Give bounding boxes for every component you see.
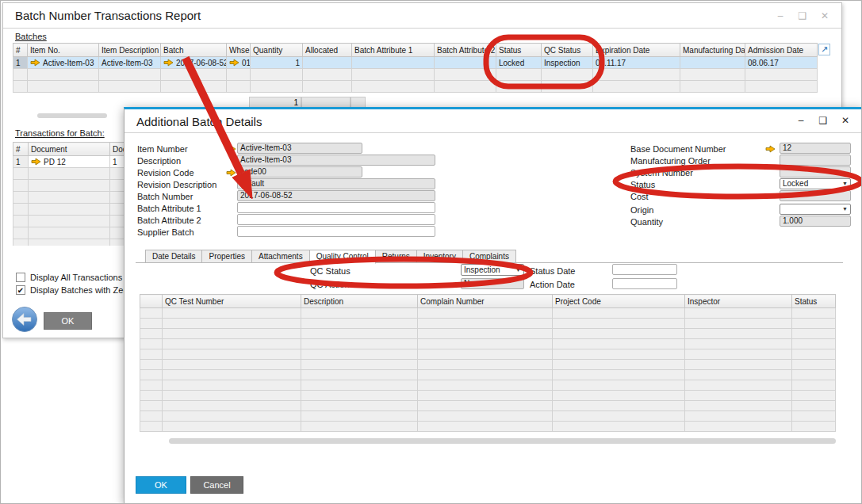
checkbox-checked-icon[interactable]: ✔	[16, 285, 25, 295]
table-row[interactable]	[13, 216, 132, 227]
column-header[interactable]: Status	[792, 295, 836, 308]
table-row[interactable]	[140, 329, 836, 339]
table-row[interactable]	[140, 370, 836, 380]
table-cell[interactable]	[352, 81, 435, 93]
table-cell[interactable]	[418, 401, 553, 411]
tab-date-details[interactable]: Date Details	[145, 250, 202, 263]
expiration-date-cell[interactable]: 05.11.17	[593, 57, 680, 69]
table-row[interactable]	[140, 411, 836, 422]
table-cell[interactable]	[301, 411, 418, 422]
checkbox-unchecked-icon[interactable]	[16, 273, 25, 282]
table-cell[interactable]	[140, 319, 163, 329]
table-row[interactable]	[13, 81, 818, 93]
table-cell[interactable]	[680, 81, 745, 93]
tab-attachments[interactable]: Attachments	[252, 250, 310, 263]
whse-cell[interactable]: 01	[227, 57, 251, 69]
column-header[interactable]: Batch Attribute 1	[352, 44, 435, 57]
table-cell[interactable]	[792, 319, 836, 329]
base-document-number-field[interactable]: 12	[780, 143, 851, 154]
table-cell[interactable]	[13, 227, 29, 239]
column-header[interactable]: Batch Attribute 2	[435, 44, 496, 57]
column-header[interactable]: Manufacturing Date	[680, 44, 745, 57]
table-row[interactable]	[140, 401, 836, 411]
table-cell[interactable]	[163, 360, 301, 370]
table-cell[interactable]	[28, 69, 99, 81]
status-cell[interactable]: Locked	[496, 57, 542, 69]
back-button[interactable]	[11, 306, 39, 334]
tab-properties[interactable]: Properties	[202, 250, 252, 263]
origin-dropdown[interactable]: ▼	[780, 204, 851, 215]
column-header[interactable]: Description	[301, 295, 418, 308]
link-arrow-icon[interactable]	[226, 169, 236, 177]
link-arrow-icon[interactable]	[765, 145, 776, 153]
table-cell[interactable]	[685, 370, 792, 380]
allocated-cell[interactable]	[303, 57, 352, 69]
column-header[interactable]: Admission Date	[745, 44, 818, 57]
table-cell[interactable]	[685, 391, 792, 401]
table-cell[interactable]	[792, 401, 836, 411]
table-cell[interactable]	[418, 380, 553, 391]
table-cell[interactable]	[593, 81, 680, 93]
table-cell[interactable]	[301, 329, 418, 339]
table-cell[interactable]	[792, 391, 836, 401]
table-row[interactable]	[140, 349, 836, 360]
table-cell[interactable]	[301, 360, 418, 370]
table-cell[interactable]	[163, 329, 301, 339]
column-header[interactable]: Expiration Date	[593, 44, 680, 57]
batch-attr2-cell[interactable]	[435, 57, 496, 69]
table-cell[interactable]	[13, 81, 28, 93]
checkbox-display-all-transactions[interactable]: Display All Transactions for	[16, 273, 135, 282]
table-cell[interactable]	[301, 401, 418, 411]
table-cell[interactable]	[542, 81, 593, 93]
table-cell[interactable]	[685, 339, 792, 349]
table-row[interactable]	[13, 168, 132, 180]
column-header[interactable]: Project Code	[553, 295, 685, 308]
quantity-cell[interactable]: 1	[251, 57, 303, 69]
table-cell[interactable]	[685, 349, 792, 360]
table-cell[interactable]	[140, 339, 163, 349]
table-row[interactable]	[140, 339, 836, 349]
table-cell[interactable]	[418, 370, 553, 380]
table-cell[interactable]	[685, 422, 792, 432]
quantity-field[interactable]: 1.000	[780, 216, 851, 227]
item-number-field[interactable]: Active-Item-03	[237, 143, 362, 154]
table-cell[interactable]	[553, 319, 685, 329]
table-cell[interactable]	[301, 339, 418, 349]
maximize-icon[interactable]: ❑	[818, 115, 829, 126]
item-description-cell[interactable]: Active-Item-03	[99, 57, 161, 69]
table-cell[interactable]	[301, 319, 418, 329]
table-cell[interactable]	[792, 329, 836, 339]
admission-date-cell[interactable]: 08.06.17	[745, 57, 818, 69]
table-cell[interactable]	[792, 411, 836, 422]
table-row[interactable]	[140, 422, 836, 432]
table-row[interactable]	[13, 192, 132, 204]
table-cell[interactable]	[29, 168, 110, 180]
table-cell[interactable]	[553, 411, 685, 422]
table-row[interactable]	[140, 308, 836, 319]
table-cell[interactable]	[303, 81, 352, 93]
maximize-icon[interactable]: ❑	[797, 10, 808, 21]
table-cell[interactable]	[745, 81, 818, 93]
table-cell[interactable]	[13, 204, 29, 216]
table-cell[interactable]	[227, 81, 251, 93]
table-cell[interactable]	[418, 339, 553, 349]
document-cell[interactable]: PD 12	[29, 156, 110, 168]
table-cell[interactable]	[418, 329, 553, 339]
report-ok-button[interactable]: OK	[44, 312, 92, 330]
column-header[interactable]: Allocated	[303, 44, 352, 57]
table-cell[interactable]	[301, 370, 418, 380]
minimize-icon[interactable]: –	[795, 115, 806, 126]
table-row[interactable]	[13, 239, 132, 246]
table-cell[interactable]	[163, 370, 301, 380]
dialog-cancel-button[interactable]: Cancel	[190, 476, 243, 494]
table-cell[interactable]	[418, 391, 553, 401]
table-row[interactable]	[140, 380, 836, 391]
table-cell[interactable]	[99, 81, 161, 93]
column-header[interactable]: Status	[496, 44, 542, 57]
table-cell[interactable]	[163, 349, 301, 360]
status-dropdown[interactable]: Locked ▼	[780, 178, 851, 189]
table-cell[interactable]	[161, 81, 227, 93]
table-cell[interactable]	[140, 391, 163, 401]
column-header[interactable]: Batch	[161, 44, 227, 57]
table-cell[interactable]	[29, 216, 110, 227]
